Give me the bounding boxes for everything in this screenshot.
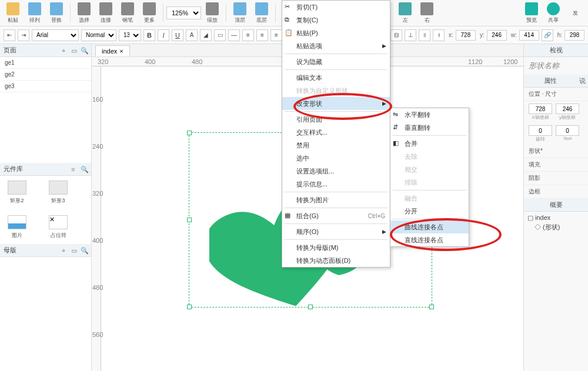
ctx-顺序(O)[interactable]: 顺序(O)▶: [282, 225, 390, 238]
library-title: 元件库: [4, 165, 23, 173]
text-rot-input[interactable]: [556, 125, 579, 136]
sub-合并[interactable]: ◧合并: [390, 137, 469, 150]
ctx-复制(C)[interactable]: ⧉复制(C): [282, 14, 390, 26]
lib-rect3[interactable]: 矩形3: [46, 181, 71, 205]
ctx-改变形状[interactable]: 改变形状▶: [282, 97, 390, 110]
sub-直线连接各点[interactable]: 直线连接各点: [390, 233, 469, 246]
page-item[interactable]: ge3: [0, 81, 91, 92]
dist-v-button[interactable]: ⫲: [433, 29, 445, 41]
search-icon[interactable]: 🔍: [81, 47, 88, 54]
align-right-button[interactable]: 右: [416, 1, 437, 25]
zoom-select[interactable]: 125%: [166, 6, 201, 19]
ctx-禁用[interactable]: 禁用: [282, 139, 390, 152]
ctx-转换为动态面板(D)[interactable]: 转换为动态面板(D): [282, 254, 390, 267]
bring-front-button[interactable]: 顶层: [229, 1, 250, 25]
italic-button[interactable]: I: [158, 29, 169, 41]
sub-垂直翻转[interactable]: ⇵垂直翻转: [390, 121, 469, 134]
dist-h-button[interactable]: ⫴: [419, 29, 430, 41]
replace-button[interactable]: 替换: [46, 1, 67, 25]
border-button[interactable]: ▭: [214, 29, 226, 41]
lib-image[interactable]: 图片: [5, 215, 29, 239]
align-left-button[interactable]: ≡: [242, 29, 254, 41]
align-center-button[interactable]: ≡: [256, 29, 268, 41]
text-color-button[interactable]: A: [186, 29, 198, 41]
weight-select[interactable]: Normal: [81, 29, 116, 41]
pen-tool[interactable]: 钢笔: [117, 1, 138, 25]
ctx-转换为图片[interactable]: 转换为图片: [282, 193, 390, 206]
master-folder-icon[interactable]: ▭: [71, 247, 78, 254]
resize-handle[interactable]: [187, 131, 192, 135]
valign-mid-button[interactable]: ⊟: [390, 29, 402, 41]
arrange-button[interactable]: 排列: [24, 1, 45, 25]
valign-bot-button[interactable]: ⊥: [405, 29, 416, 41]
share-button[interactable]: 共享: [543, 1, 564, 25]
ctx-引用页面[interactable]: 引用页面: [282, 113, 390, 126]
lib-search-icon[interactable]: 🔍: [81, 166, 88, 173]
tree-shape-item[interactable]: ◇ (形状): [527, 222, 584, 233]
rotation-input[interactable]: [529, 125, 552, 136]
master-search-icon[interactable]: 🔍: [81, 247, 88, 254]
resize-handle[interactable]: [429, 305, 434, 309]
bold-button[interactable]: B: [143, 29, 155, 41]
page-item[interactable]: ge1: [0, 57, 91, 69]
zoom-button[interactable]: 缩放: [202, 1, 223, 25]
tree-root[interactable]: ▢ index: [527, 214, 584, 222]
ctx-转换为母版(M)[interactable]: 转换为母版(M): [282, 241, 390, 254]
size-select[interactable]: 13: [119, 29, 141, 41]
lock-aspect-icon[interactable]: 🔗: [542, 29, 553, 41]
resize-handle[interactable]: [187, 218, 192, 222]
preview-button[interactable]: 预览: [521, 1, 542, 25]
resize-handle[interactable]: [187, 305, 192, 309]
y-input[interactable]: [487, 30, 507, 41]
send-back-button[interactable]: 底层: [251, 1, 272, 25]
h-input[interactable]: [564, 30, 584, 41]
ctx-组合(G)[interactable]: ▦组合(G)Ctrl+G: [282, 209, 390, 222]
inspector-tab[interactable]: 检视: [524, 44, 588, 57]
attr-tab[interactable]: 属性: [524, 75, 576, 88]
more-tool[interactable]: 更多: [139, 1, 160, 25]
ctx-编辑文本[interactable]: 编辑文本: [282, 71, 390, 84]
connect-tool[interactable]: 连接: [95, 1, 116, 25]
page-item[interactable]: ge2: [0, 69, 91, 81]
add-folder-icon[interactable]: ▭: [71, 47, 78, 54]
x-input[interactable]: [456, 30, 476, 41]
lib-rect2[interactable]: 矩形2: [5, 181, 29, 205]
align-right-button[interactable]: ≡: [270, 29, 282, 41]
sub-曲线连接各点[interactable]: 曲线连接各点: [390, 220, 469, 233]
underline-button[interactable]: U: [172, 29, 183, 41]
outline-tab[interactable]: 概要: [524, 199, 588, 212]
publish-button[interactable]: 发: [564, 1, 586, 25]
ctx-交互样式...[interactable]: 交互样式...: [282, 126, 390, 139]
outdent-icon[interactable]: ⇥: [18, 29, 29, 41]
shape-section[interactable]: 形状*: [524, 145, 588, 158]
shadow-section[interactable]: 阴影: [524, 172, 588, 185]
font-select[interactable]: Arial: [32, 29, 79, 41]
paste-button[interactable]: 粘贴: [2, 1, 24, 25]
indent-icon[interactable]: ⇤: [4, 29, 15, 41]
ctx-设置选项组...[interactable]: 设置选项组...: [282, 165, 390, 178]
ctx-粘贴选项[interactable]: 粘贴选项▶: [282, 39, 390, 52]
ctx-粘贴(P)[interactable]: 📋粘贴(P): [282, 26, 390, 39]
align-left-button[interactable]: 左: [395, 1, 416, 25]
w-input[interactable]: [519, 30, 539, 41]
ctx-设为隐藏[interactable]: 设为隐藏: [282, 55, 390, 68]
fill-color-button[interactable]: ◢: [200, 29, 212, 41]
ctx-提示信息...[interactable]: 提示信息...: [282, 178, 390, 190]
pos-y-input[interactable]: [556, 103, 579, 114]
lib-placeholder[interactable]: ✕占位符: [46, 215, 71, 239]
sub-分开[interactable]: 分开: [390, 205, 469, 218]
more-tab[interactable]: 说: [576, 75, 588, 88]
lib-menu-icon[interactable]: ≡: [71, 166, 78, 173]
add-master-icon[interactable]: +: [62, 247, 69, 254]
select-tool[interactable]: 选择: [74, 1, 95, 25]
ctx-选中[interactable]: 选中: [282, 152, 390, 165]
pos-x-input[interactable]: [529, 103, 552, 114]
fill-section[interactable]: 填充: [524, 158, 588, 172]
sub-水平翻转[interactable]: ⇋水平翻转: [390, 108, 469, 121]
close-tab-icon[interactable]: ×: [119, 48, 123, 55]
border-section[interactable]: 边框: [524, 185, 588, 199]
line-style-button[interactable]: —: [228, 29, 240, 41]
tab-index[interactable]: index×: [95, 45, 130, 56]
add-page-icon[interactable]: +: [62, 47, 69, 54]
ctx-剪切(T)[interactable]: ✂剪切(T): [282, 1, 390, 14]
